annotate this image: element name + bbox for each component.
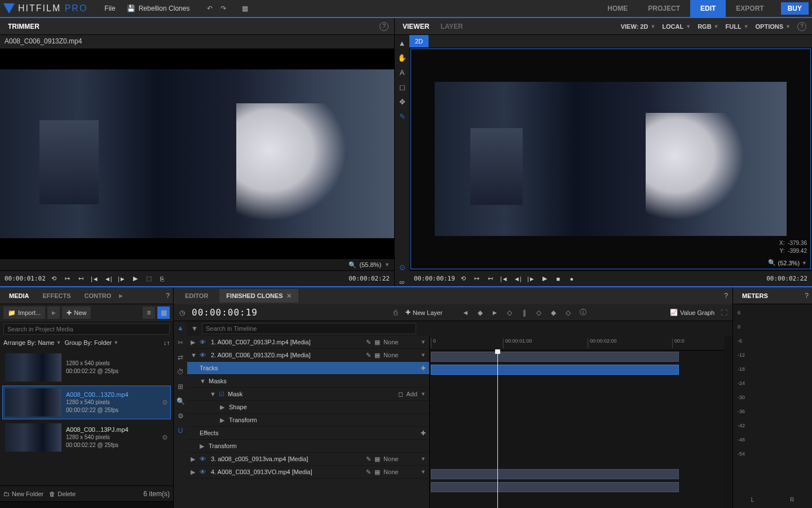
media-item[interactable]: A008_C00...13PJ.mp41280 x 540 pixels00:0… xyxy=(2,421,171,454)
plus-icon[interactable]: ✚ xyxy=(421,430,426,437)
mask-tool-icon[interactable]: ◻ xyxy=(398,82,407,91)
eye-icon[interactable]: 👁 xyxy=(200,352,208,358)
clock-icon[interactable]: ◷ xyxy=(177,308,187,318)
gear-icon[interactable]: ⚙ xyxy=(162,433,168,441)
help-icon[interactable]: ? xyxy=(379,22,389,31)
masks-row[interactable]: ▼Masks xyxy=(187,375,429,388)
search-icon[interactable]: 🔍 xyxy=(768,259,776,266)
filter-icon[interactable]: ▼ xyxy=(189,325,200,332)
step-fwd-icon[interactable]: |► xyxy=(117,274,127,284)
diamond-icon[interactable]: ◇ xyxy=(505,308,515,318)
trimmer-zoom[interactable]: (55.8%) xyxy=(360,261,382,268)
record-icon[interactable]: ● xyxy=(567,274,577,284)
pencil-icon[interactable]: ✎ xyxy=(366,352,371,359)
mark-out-icon[interactable]: ↤ xyxy=(76,274,86,284)
effects-tab[interactable]: EFFECTS xyxy=(37,287,76,304)
slip-tool-icon[interactable]: ⇄ xyxy=(176,353,185,362)
snapshot-icon[interactable]: ⎙ xyxy=(391,308,401,318)
grid-icon[interactable]: ▦ xyxy=(374,339,380,346)
grid-icon[interactable]: ▦ xyxy=(238,0,251,17)
goto-start-icon[interactable]: |◄ xyxy=(499,274,509,284)
help-icon[interactable]: ? xyxy=(797,22,806,31)
layer-row[interactable]: ▶👁4. A008_C003_0913VO.mp4 [Media]✎▦None▼ xyxy=(187,466,429,479)
slice-tool-icon[interactable]: ✂ xyxy=(176,338,185,347)
plus-icon[interactable]: ✚ xyxy=(421,365,426,372)
mark-in-icon[interactable]: ↦ xyxy=(472,274,482,284)
effects-row[interactable]: Effects✚ xyxy=(187,427,429,440)
media-search-input[interactable] xyxy=(3,323,170,335)
group-by-select[interactable]: Group By: Folder▼ xyxy=(64,339,118,346)
timeline-timecode[interactable]: 00:00:00:19 xyxy=(192,307,258,318)
playhead[interactable] xyxy=(497,351,498,508)
pencil-icon[interactable]: ✎ xyxy=(366,456,371,463)
loop-icon[interactable]: ⟲ xyxy=(458,274,469,284)
mask-row[interactable]: ▼☑Mask◻Add▼ xyxy=(187,388,429,401)
help-icon[interactable]: ? xyxy=(724,292,728,300)
shape-row[interactable]: ▶Shape xyxy=(187,401,429,414)
chevron-down-icon[interactable]: ▼ xyxy=(802,260,807,266)
select-tool-icon[interactable]: ▲ xyxy=(398,38,407,47)
help-icon[interactable]: ? xyxy=(805,292,809,300)
eye-icon[interactable]: 👁 xyxy=(200,456,208,462)
step-back-icon[interactable]: ◄| xyxy=(103,274,113,284)
magnet-icon[interactable]: U xyxy=(176,426,185,435)
options-select[interactable]: OPTIONS▼ xyxy=(756,23,791,30)
play-icon[interactable]: ▶ xyxy=(540,274,550,284)
pencil-icon[interactable]: ✎ xyxy=(366,339,371,346)
tracks-header[interactable]: Tracks✚ xyxy=(187,362,429,375)
view-mode-select[interactable]: VIEW: 2D▼ xyxy=(621,23,656,30)
clip-bar[interactable] xyxy=(431,469,679,479)
layer-row[interactable]: ▶👁1. A008_C007_0913PJ.mp4 [Media]✎▦None▼ xyxy=(187,336,429,349)
media-item[interactable]: 1280 x 540 pixels00:00:02:22 @ 25fps xyxy=(2,351,171,384)
list-view-icon[interactable]: ≡ xyxy=(143,306,155,319)
timeline-ruler[interactable]: 0 00:00:01:00 00:00:02:00 00:0 xyxy=(430,336,725,351)
thumb-view-icon[interactable]: ▦ xyxy=(157,306,170,319)
gear-icon[interactable]: ⚙ xyxy=(176,411,185,421)
import-button[interactable]: 📁Import... xyxy=(3,306,45,319)
pen-tool-icon[interactable]: ✎ xyxy=(398,112,407,121)
step-fwd-icon[interactable]: |► xyxy=(526,274,536,284)
overlay-icon[interactable]: ⬚ xyxy=(144,274,154,284)
layer-tab[interactable]: LAYER xyxy=(438,23,465,30)
play-icon[interactable]: ▶ xyxy=(130,274,140,284)
redo-button[interactable]: ↷ xyxy=(217,0,230,17)
timeline-tracks[interactable] xyxy=(430,351,725,508)
viewer-2d-tab[interactable]: 2D xyxy=(409,35,429,47)
delete-button[interactable]: 🗑Delete xyxy=(49,491,76,497)
buy-button[interactable]: BUY xyxy=(781,2,809,15)
checkbox-icon[interactable]: ☑ xyxy=(219,391,224,398)
diamond-icon[interactable]: ◇ xyxy=(534,308,544,318)
anchor-tool-icon[interactable]: ✥ xyxy=(398,97,407,106)
controls-tab[interactable]: CONTRO xyxy=(79,287,117,304)
viewer-zoom[interactable]: (52.3%) xyxy=(778,260,800,266)
editor-tab[interactable]: EDITOR xyxy=(178,289,215,303)
viewer-canvas[interactable]: X: -379.36 Y: -399.42 🔍 (52.3%) ▼ xyxy=(411,49,811,269)
help-icon[interactable]: ? xyxy=(166,292,170,300)
arrange-by-select[interactable]: Arrange By: Name▼ xyxy=(3,339,61,346)
grid-icon[interactable]: ▦ xyxy=(374,456,380,463)
tracker-icon[interactable]: ⊙ xyxy=(398,262,407,271)
tab-home[interactable]: HOME xyxy=(597,0,638,17)
select-tool-icon[interactable]: ▲ xyxy=(176,323,185,332)
menu-file[interactable]: File xyxy=(99,0,121,17)
diamond-icon[interactable]: ◇ xyxy=(563,308,573,318)
rgb-select[interactable]: RGB▼ xyxy=(698,23,718,30)
project-name[interactable]: 💾Rebellion Clones xyxy=(121,0,196,17)
full-select[interactable]: FULL▼ xyxy=(726,23,749,30)
scrollbar[interactable] xyxy=(0,501,173,508)
mode-icon[interactable]: ◻ xyxy=(398,391,403,398)
layer-row[interactable]: ▼👁2. A008_C006_0913Z0.mp4 [Media]✎▦None▼ xyxy=(187,349,429,362)
mark-in-icon[interactable]: ↦ xyxy=(63,274,73,284)
text-tool-icon[interactable]: A xyxy=(398,68,407,77)
hand-tool-icon[interactable]: ✋ xyxy=(398,53,407,62)
tab-edit[interactable]: EDIT xyxy=(690,0,726,17)
key-nav-icon[interactable]: ◆ xyxy=(475,308,486,318)
new-folder-button[interactable]: 🗀New Folder xyxy=(3,491,43,497)
gear-icon[interactable]: ⚙ xyxy=(162,398,168,406)
expand-icon[interactable]: ⛶ xyxy=(719,308,729,318)
composite-tab[interactable]: FINISHED CLONES✕ xyxy=(219,289,298,303)
insert-icon[interactable]: ⎘ xyxy=(157,274,167,284)
tab-project[interactable]: PROJECT xyxy=(638,0,690,17)
timeline-search-input[interactable] xyxy=(202,323,416,334)
close-icon[interactable]: ✕ xyxy=(286,292,292,300)
